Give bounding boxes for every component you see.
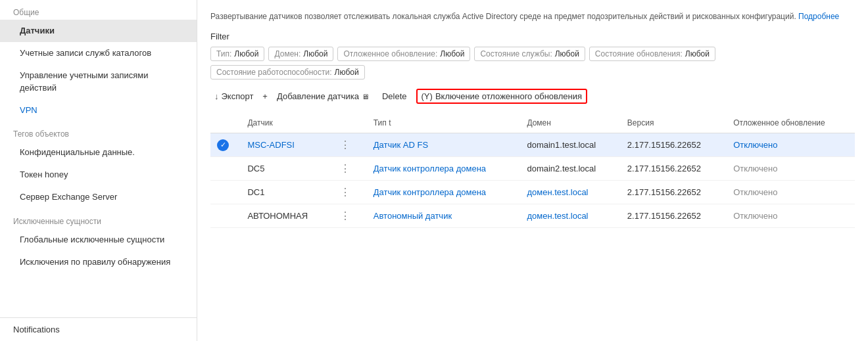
sidebar: ОбщиеДатчикиУчетные записи служб каталог… xyxy=(0,0,197,341)
col-header-2 xyxy=(331,113,367,133)
row-check-2[interactable] xyxy=(210,181,241,204)
row-menu-2[interactable]: ⋮ xyxy=(331,181,367,204)
row-type-1: Датчик контроллера домена xyxy=(367,157,521,181)
sidebar-item-2-0[interactable]: Глобальные исключенные сущности xyxy=(0,229,197,251)
sidebar-item-0-3[interactable]: VPN xyxy=(0,99,197,122)
filter-chip-5[interactable]: Состояние работоспособности: Любой xyxy=(210,65,365,80)
sidebar-section-title-0: Общие xyxy=(0,0,197,20)
row-version-2: 2.177.15156.22652 xyxy=(621,181,727,204)
check-icon: ✓ xyxy=(217,139,229,151)
dots-menu-icon[interactable]: ⋮ xyxy=(337,187,354,198)
sensors-table: ДатчикТип tДоменВерсияОтложенное обновле… xyxy=(210,113,855,228)
row-check-0[interactable]: ✓ xyxy=(210,133,241,157)
export-button[interactable]: ↓ Экспорт xyxy=(210,89,257,104)
delete-label: Delete xyxy=(382,91,407,101)
info-link[interactable]: Подробнее xyxy=(798,12,839,21)
filter-row: Тип: ЛюбойДомен: ЛюбойОтложенное обновле… xyxy=(210,47,855,80)
col-header-5: Версия xyxy=(621,113,727,133)
dots-menu-icon[interactable]: ⋮ xyxy=(337,139,354,150)
row-deferred-3[interactable]: Отключено xyxy=(727,204,855,228)
row-type-0: Датчик AD FS xyxy=(367,133,521,157)
row-name-0[interactable]: MSC-ADFSI xyxy=(241,133,330,157)
sidebar-item-1-1[interactable]: Токен honey xyxy=(0,164,197,186)
delete-y-label: (Y) xyxy=(422,91,433,101)
col-header-3: Тип t xyxy=(367,113,521,133)
filter-chip-0[interactable]: Тип: Любой xyxy=(210,47,264,61)
row-name-3[interactable]: АВТОНОМНАЯ xyxy=(241,204,330,228)
row-domain-2: домен.test.local xyxy=(520,181,620,204)
table-row[interactable]: ✓MSC-ADFSI⋮Датчик AD FSdomain1.test.loca… xyxy=(210,133,855,157)
row-deferred-0[interactable]: Отключено xyxy=(727,133,855,157)
table-row[interactable]: DC1⋮Датчик контроллера доменадомен.test.… xyxy=(210,181,855,204)
row-name-2[interactable]: DC1 xyxy=(241,181,330,204)
row-domain-0: domain1.test.local xyxy=(520,133,620,157)
table-row[interactable]: АВТОНОМНАЯ⋮Автономный датчикдомен.test.l… xyxy=(210,204,855,228)
row-menu-3[interactable]: ⋮ xyxy=(331,204,367,228)
deferred-update-label: Включение отложенного обновления xyxy=(435,91,582,101)
dots-menu-icon[interactable]: ⋮ xyxy=(337,210,354,221)
sensor-icon: 🖥 xyxy=(362,93,369,101)
row-domain-3: домен.test.local xyxy=(520,204,620,228)
notifications-item[interactable]: Notifications xyxy=(0,317,197,341)
sidebar-item-2-1[interactable]: Исключения по правилу обнаружения xyxy=(0,251,197,273)
row-menu-0[interactable]: ⋮ xyxy=(331,133,367,157)
notifications-label: Notifications xyxy=(13,325,60,334)
col-header-0 xyxy=(210,113,241,133)
row-version-0: 2.177.15156.22652 xyxy=(621,133,727,157)
table-row[interactable]: DC5⋮Датчик контроллера доменаdomain2.tes… xyxy=(210,157,855,181)
row-version-3: 2.177.15156.22652 xyxy=(621,204,727,228)
row-type-2: Датчик контроллера домена xyxy=(367,181,521,204)
info-banner: Развертывание датчиков позволяет отслежи… xyxy=(210,11,855,22)
col-header-6: Отложенное обновление xyxy=(727,113,855,133)
filter-label: Filter xyxy=(210,32,855,41)
export-label: Экспорт xyxy=(222,91,254,101)
row-deferred-2[interactable]: Отключено xyxy=(727,181,855,204)
row-menu-1[interactable]: ⋮ xyxy=(331,157,367,181)
sidebar-section-title-2: Исключенные сущности xyxy=(0,209,197,229)
delete-button[interactable]: Delete xyxy=(378,89,411,104)
sidebar-item-0-2[interactable]: Управление учетными записями действий xyxy=(0,64,197,99)
sidebar-item-0-1[interactable]: Учетные записи служб каталогов xyxy=(0,42,197,64)
col-header-4: Домен xyxy=(520,113,620,133)
filter-chip-4[interactable]: Состояние обновления: Любой xyxy=(589,47,715,61)
download-icon: ↓ xyxy=(214,91,219,101)
sidebar-section-title-1: Тегов объектов xyxy=(0,122,197,141)
row-version-1: 2.177.15156.22652 xyxy=(621,157,727,181)
sidebar-item-1-2[interactable]: Сервер Exchange Server xyxy=(0,186,197,208)
filter-chip-2[interactable]: Отложенное обновление: Любой xyxy=(337,47,470,61)
filter-chip-1[interactable]: Домен: Любой xyxy=(268,47,333,61)
add-sensor-button[interactable]: Добавление датчика 🖥 xyxy=(273,89,373,104)
row-type-3: Автономный датчик xyxy=(367,204,521,228)
main-content: Развертывание датчиков позволяет отслежи… xyxy=(197,0,868,341)
row-check-1[interactable] xyxy=(210,157,241,181)
row-check-3[interactable] xyxy=(210,204,241,228)
info-text: Развертывание датчиков позволяет отслежи… xyxy=(210,12,796,21)
add-label: Добавление датчика xyxy=(277,91,359,101)
row-deferred-1[interactable]: Отключено xyxy=(727,157,855,181)
toolbar: ↓ Экспорт + Добавление датчика 🖥 Delete … xyxy=(210,89,855,104)
sidebar-item-0-0[interactable]: Датчики xyxy=(0,20,197,42)
row-name-1[interactable]: DC5 xyxy=(241,157,330,181)
dots-menu-icon[interactable]: ⋮ xyxy=(337,163,354,174)
filter-chip-3[interactable]: Состояние службы: Любой xyxy=(474,47,585,61)
deferred-update-button[interactable]: (Y) Включение отложенного обновления xyxy=(416,89,587,104)
sidebar-item-1-0[interactable]: Конфиденциальные данные. xyxy=(0,141,197,164)
row-domain-1: domain2.test.local xyxy=(520,157,620,181)
col-header-1: Датчик xyxy=(241,113,330,133)
